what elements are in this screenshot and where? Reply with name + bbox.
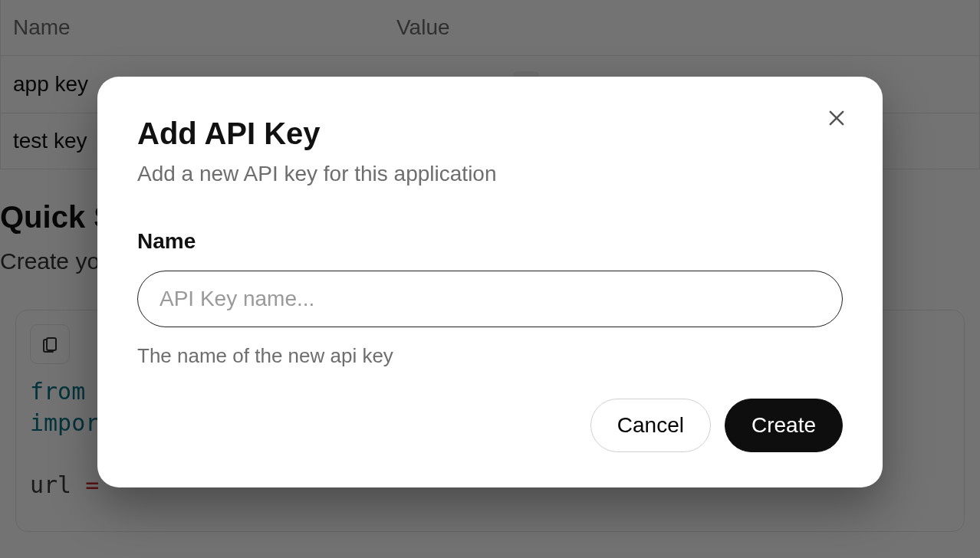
create-button[interactable]: Create	[725, 399, 843, 452]
cancel-button[interactable]: Cancel	[590, 399, 711, 452]
modal-actions: Cancel Create	[137, 399, 843, 452]
name-field-label: Name	[137, 229, 843, 254]
close-button[interactable]	[823, 104, 850, 132]
api-key-name-input[interactable]	[137, 271, 843, 327]
modal-subtitle: Add a new API key for this application	[137, 162, 843, 186]
name-field-helper: The name of the new api key	[137, 344, 843, 368]
modal-title: Add API Key	[137, 117, 843, 151]
modal-overlay[interactable]: Add API Key Add a new API key for this a…	[0, 0, 980, 558]
add-api-key-modal: Add API Key Add a new API key for this a…	[97, 77, 883, 487]
close-icon	[826, 107, 847, 129]
